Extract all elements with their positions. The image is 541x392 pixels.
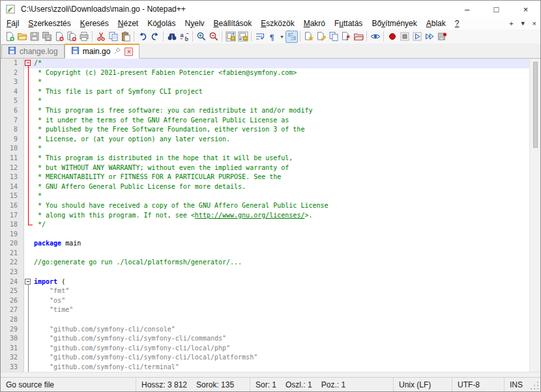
menu-item-eszkozok[interactable]: Eszközök	[256, 18, 299, 29]
code-text[interactable]: "github.com/symfony-cli/symfony-cli/loca…	[33, 353, 540, 363]
vertical-scrollbar[interactable]	[529, 59, 540, 372]
macro-play-button[interactable]	[411, 31, 423, 43]
show-all-chars-dropdown[interactable]: ▼	[278, 31, 285, 43]
code-text[interactable]: * along with this program. If not, see <…	[33, 211, 540, 221]
indent-guide-button[interactable]	[285, 31, 298, 43]
new-tab-button[interactable]: +	[509, 19, 513, 28]
zoom-in-button[interactable]	[195, 31, 207, 43]
code-text[interactable]: *	[33, 191, 540, 201]
menu-item-futtatas[interactable]: Futtatás	[330, 18, 367, 29]
menu-item-kodolas[interactable]: Kódolás	[143, 18, 180, 29]
undo-button[interactable]	[136, 31, 149, 43]
folder-view-button[interactable]	[352, 31, 364, 43]
word-wrap-button[interactable]	[254, 31, 266, 43]
open-file-button[interactable]	[16, 31, 28, 43]
code-text[interactable]	[33, 268, 540, 277]
code-text[interactable]: package main	[33, 239, 540, 249]
monitoring-button[interactable]	[369, 31, 381, 43]
new-file-button[interactable]	[3, 31, 16, 43]
save-button[interactable]	[28, 31, 40, 43]
code-text[interactable]: * but WITHOUT ANY WARRANTY; without even…	[33, 163, 540, 173]
close-all-button[interactable]	[65, 31, 78, 43]
minimize-button[interactable]: –	[452, 1, 482, 18]
menu-item-makro[interactable]: Makró	[299, 18, 330, 29]
tab-main-go[interactable]: main.go×	[65, 44, 140, 59]
tab-list-button[interactable]: ▼	[520, 19, 526, 28]
close-button[interactable]	[53, 31, 65, 43]
menu-item-help[interactable]: ?	[450, 18, 464, 29]
macro-run-multiple-button[interactable]	[423, 31, 435, 43]
code-text[interactable]: * published by the Free Software Foundat…	[33, 125, 540, 135]
menu-item-kereses[interactable]: Keresés	[76, 18, 113, 29]
code-text[interactable]: * it under the terms of the GNU Affero G…	[33, 116, 540, 126]
status-encoding[interactable]: UTF-8	[452, 378, 504, 391]
code-text[interactable]: import (	[33, 277, 540, 287]
code-text[interactable]: "github.com/symfony-cli/symfony-cli/loca…	[33, 344, 540, 354]
doc-copy-button[interactable]	[327, 31, 340, 43]
menu-item-fajl[interactable]: Fájl	[2, 18, 23, 29]
code-text[interactable]: *	[33, 77, 540, 87]
code-text[interactable]: * This program is distributed in the hop…	[33, 154, 540, 163]
scrollbar-thumb[interactable]	[533, 62, 538, 148]
code-text[interactable]: "os"	[33, 296, 540, 306]
code-text[interactable]: /*	[33, 59, 540, 68]
paste-button[interactable]	[119, 31, 132, 43]
show-all-chars-button[interactable]: ¶	[266, 31, 278, 43]
status-insert-mode[interactable]: INS	[504, 378, 530, 391]
close-button[interactable]: ×	[511, 1, 540, 18]
menu-item-nezet[interactable]: Nézet	[113, 18, 143, 29]
horizontal-scrollbar[interactable]	[1, 372, 540, 377]
doc-edit-button[interactable]	[315, 31, 327, 43]
redo-button[interactable]	[149, 31, 161, 43]
fold-marker[interactable]	[25, 279, 31, 285]
sync-vertical-button[interactable]	[224, 31, 237, 43]
find-button[interactable]	[166, 31, 178, 43]
code-text[interactable]: *	[33, 96, 540, 106]
code-text[interactable]: * GNU Affero General Public License for …	[33, 182, 540, 192]
title-bar[interactable]: C:\Users\zzoli\Downloads\main.go - Notep…	[1, 1, 540, 18]
pin-icon[interactable]	[113, 47, 121, 57]
code-text[interactable]: "github.com/symfony-cli/terminal"	[33, 363, 540, 372]
cut-button[interactable]	[95, 31, 107, 43]
app-icon[interactable]	[5, 4, 16, 15]
code-text[interactable]: //go:generate go run ./local/platformsh/…	[33, 258, 540, 268]
menu-item-bovitmenyek[interactable]: Bővítmények	[367, 18, 421, 29]
code-text[interactable]: "github.com/symfony-cli/console"	[33, 325, 540, 335]
macro-record-button[interactable]	[386, 31, 398, 43]
hyperlink[interactable]: http://www.gnu.org/licenses/	[195, 212, 305, 219]
code-text[interactable]: * License, or (at your option) any later…	[33, 135, 540, 145]
status-eol-format[interactable]: Unix (LF)	[393, 378, 452, 391]
code-text[interactable]: * Copyright (c) 2021-present Fabien Pote…	[33, 68, 540, 78]
code-text[interactable]: "time"	[33, 305, 540, 315]
editor[interactable]: 1/*2 * Copyright (c) 2021-present Fabien…	[1, 59, 540, 372]
maximize-button[interactable]: □	[482, 1, 511, 18]
code-text[interactable]: "github.com/symfony-cli/symfony-cli/comm…	[33, 334, 540, 344]
replace-button[interactable]: ab	[178, 31, 190, 43]
resize-grip[interactable]	[530, 378, 540, 391]
code-text[interactable]: */	[33, 220, 540, 230]
zoom-out-button[interactable]	[207, 31, 220, 43]
macro-save-button[interactable]	[435, 31, 448, 43]
close-tab-button[interactable]: ×	[533, 19, 536, 28]
code-text[interactable]: * You should have received a copy of the…	[33, 201, 540, 211]
sync-horizontal-button[interactable]	[237, 31, 249, 43]
tab-close-icon[interactable]: ×	[124, 48, 133, 56]
code-text[interactable]	[33, 230, 540, 240]
code-text[interactable]	[33, 249, 540, 259]
print-button[interactable]	[78, 31, 90, 43]
code-text[interactable]: * This program is free software: you can…	[33, 106, 540, 116]
code-text[interactable]: *	[33, 144, 540, 154]
code-text[interactable]: * This file is part of Symfony CLI proje…	[33, 87, 540, 97]
menu-item-beallitasok[interactable]: Beállítások	[209, 18, 257, 29]
code-text[interactable]: * MERCHANTABILITY or FITNESS FOR A PARTI…	[33, 173, 540, 182]
doc-flag-button[interactable]	[340, 31, 352, 43]
menu-item-szerkesztes[interactable]: Szerkesztés	[23, 18, 75, 29]
code-text[interactable]: "fmt"	[33, 287, 540, 296]
macro-stop-button[interactable]	[398, 31, 411, 43]
copy-button[interactable]	[107, 31, 119, 43]
tab-change-log[interactable]: change.log	[1, 44, 65, 58]
fold-marker[interactable]	[25, 60, 31, 66]
menu-item-ablak[interactable]: Ablak	[422, 18, 450, 29]
menu-item-nyelv[interactable]: Nyelv	[181, 18, 209, 29]
save-all-button[interactable]	[40, 31, 53, 43]
